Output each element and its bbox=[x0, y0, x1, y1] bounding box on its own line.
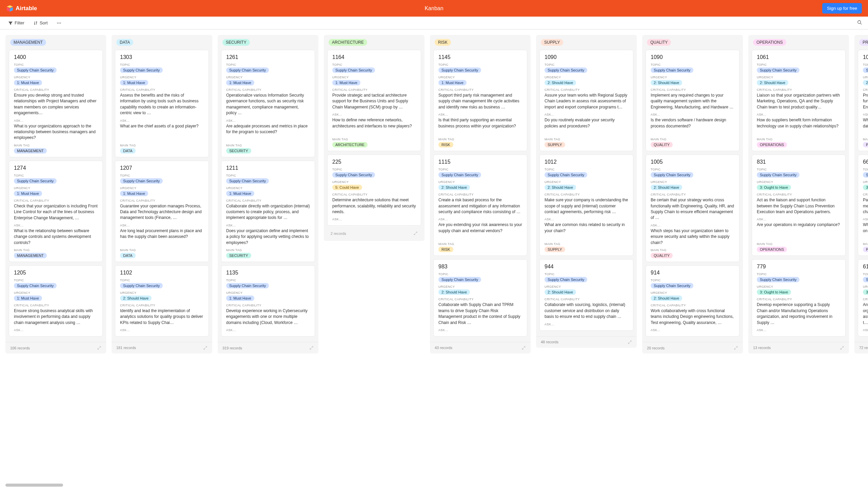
expand-icon[interactable] bbox=[309, 346, 314, 350]
stack-title-pill[interactable]: ARCHITECTURE bbox=[329, 39, 367, 46]
field-label-urgency: URGENCY bbox=[14, 291, 98, 294]
critical-capability-text: Provide expertise and leadership as a cr… bbox=[863, 93, 868, 110]
ask-text: Are adequate processes and metrics in pl… bbox=[226, 123, 310, 141]
card-number: 1211 bbox=[226, 165, 310, 171]
brand-text: Airtable bbox=[16, 5, 37, 12]
kanban-card[interactable]: 661 TOPIC Supply Chain Security URGENCY … bbox=[858, 155, 868, 256]
critical-capability-text: Be certain that your strategy works cros… bbox=[651, 197, 734, 221]
field-label-urgency: URGENCY bbox=[332, 76, 416, 79]
signup-button[interactable]: Sign up for free bbox=[822, 3, 862, 14]
topic-pill: Supply Chain Security bbox=[651, 172, 693, 178]
expand-icon[interactable] bbox=[840, 346, 844, 350]
field-label-urgency: URGENCY bbox=[226, 291, 310, 294]
field-label-urgency: URGENCY bbox=[757, 180, 841, 184]
card-number: 1135 bbox=[226, 270, 310, 276]
stack-title-pill[interactable]: QUALITY bbox=[647, 39, 671, 46]
field-label-urgency: URGENCY bbox=[14, 76, 98, 79]
card-number: 914 bbox=[651, 270, 734, 276]
kanban-card[interactable]: 1207 TOPIC Supply Chain Security URGENCY… bbox=[115, 161, 209, 262]
kanban-card[interactable]: 1115 TOPIC Supply Chain Security URGENCY… bbox=[433, 155, 527, 256]
field-label-maintag: MAIN TAG bbox=[863, 242, 868, 246]
sort-button[interactable]: Sort bbox=[31, 19, 50, 27]
field-label-critical: CRITICAL CAPABILITY bbox=[438, 193, 522, 196]
stack-title-pill[interactable]: SECURITY bbox=[222, 39, 250, 46]
kanban-card[interactable]: 1261 TOPIC Supply Chain Security URGENCY… bbox=[221, 50, 315, 157]
kanban-stack: RISK 1145 TOPIC Supply Chain Security UR… bbox=[430, 35, 531, 353]
kanban-card[interactable]: 1400 TOPIC Supply Chain Security URGENCY… bbox=[9, 50, 103, 157]
stack-title-pill[interactable]: SUPPLY bbox=[541, 39, 563, 46]
stack-title-pill[interactable]: RISK bbox=[435, 39, 451, 46]
stack-title-pill[interactable]: OPERATIONS bbox=[753, 39, 786, 46]
kanban-card[interactable]: 1145 TOPIC Supply Chain Security URGENCY… bbox=[433, 50, 527, 151]
field-label-topic: TOPIC bbox=[757, 168, 841, 171]
kanban-stack: SECURITY 1261 TOPIC Supply Chain Securit… bbox=[218, 35, 318, 353]
stack-title-pill[interactable]: PROJECT bbox=[859, 39, 868, 46]
kanban-card[interactable]: 1303 TOPIC Supply Chain Security URGENCY… bbox=[115, 50, 209, 157]
kanban-card[interactable]: 1061 TOPIC Supply Chain Security URGENCY… bbox=[752, 50, 846, 151]
expand-icon[interactable] bbox=[97, 346, 101, 350]
stack-body[interactable]: 1164 TOPIC Supply Chain Security URGENCY… bbox=[324, 47, 425, 241]
field-label-critical: CRITICAL CAPABILITY bbox=[332, 88, 416, 92]
kanban-card[interactable]: 1090 TOPIC Supply Chain Security URGENCY… bbox=[646, 50, 739, 151]
urgency-pill: 1: Must Have bbox=[14, 191, 42, 196]
kanban-card[interactable]: 1211 TOPIC Supply Chain Security URGENCY… bbox=[221, 161, 315, 262]
expand-icon[interactable] bbox=[734, 346, 738, 350]
field-label-ask: ASK… bbox=[226, 224, 310, 227]
expand-icon[interactable] bbox=[521, 346, 526, 350]
records-count: 319 records bbox=[222, 346, 242, 350]
filter-button[interactable]: Filter bbox=[6, 19, 26, 27]
stack-body[interactable]: 1145 TOPIC Supply Chain Security URGENCY… bbox=[430, 47, 531, 342]
expand-icon[interactable] bbox=[628, 340, 632, 344]
stack-body[interactable]: 1400 TOPIC Supply Chain Security URGENCY… bbox=[5, 47, 106, 342]
urgency-pill: 1: Must Have bbox=[14, 296, 42, 301]
more-button[interactable] bbox=[55, 19, 63, 27]
kanban-card[interactable]: 225 TOPIC Supply Chain Security URGENCY … bbox=[327, 155, 421, 226]
kanban-board[interactable]: MANAGEMENT 1400 TOPIC Supply Chain Secur… bbox=[0, 29, 868, 488]
stack-body[interactable]: 1090 TOPIC Supply Chain Security URGENCY… bbox=[642, 47, 743, 342]
kanban-card[interactable]: 1164 TOPIC Supply Chain Security URGENCY… bbox=[327, 50, 421, 151]
search-button[interactable] bbox=[857, 20, 862, 26]
kanban-card[interactable]: 1135 TOPIC Supply Chain Security URGENCY… bbox=[221, 265, 315, 337]
field-label-maintag: MAIN TAG bbox=[438, 138, 522, 141]
horizontal-scrollbar[interactable] bbox=[5, 484, 63, 487]
kanban-card[interactable]: 779 TOPIC Supply Chain Security URGENCY … bbox=[752, 259, 846, 337]
kanban-card[interactable]: 831 TOPIC Supply Chain Security URGENCY … bbox=[752, 155, 846, 256]
kanban-card[interactable]: 983 TOPIC Supply Chain Security URGENCY … bbox=[433, 259, 527, 337]
stack-title-pill[interactable]: MANAGEMENT bbox=[10, 39, 46, 46]
kanban-card[interactable]: 1102 TOPIC Supply Chain Security URGENCY… bbox=[115, 265, 209, 337]
field-label-critical: CRITICAL CAPABILITY bbox=[651, 304, 734, 307]
kanban-card[interactable]: 914 TOPIC Supply Chain Security URGENCY … bbox=[646, 265, 739, 337]
critical-capability-text: Assess the benefits and the risks of inf… bbox=[120, 93, 204, 116]
records-inline: 2 records bbox=[327, 229, 421, 239]
kanban-card[interactable]: 944 TOPIC Supply Chain Security URGENCY … bbox=[539, 259, 633, 330]
expand-icon[interactable] bbox=[413, 231, 418, 236]
stack-body[interactable]: 1090 TOPIC Supply Chain Security URGENCY… bbox=[536, 47, 637, 336]
urgency-pill: 2: Should Have bbox=[651, 185, 682, 190]
brand-logo[interactable]: Airtable bbox=[6, 5, 37, 12]
kanban-card[interactable]: 1005 TOPIC Supply Chain Security URGENCY… bbox=[646, 155, 739, 262]
field-label-maintag: MAIN TAG bbox=[226, 144, 310, 147]
stack-body[interactable]: 1261 TOPIC Supply Chain Security URGENCY… bbox=[218, 47, 318, 342]
main-tag-pill: OPERATIONS bbox=[757, 142, 787, 147]
topic-pill: Supply Chain Security bbox=[120, 67, 163, 73]
main-tag-pill: DATA bbox=[120, 148, 136, 154]
stack-body[interactable]: 1061 TOPIC Supply Chain Security URGENCY… bbox=[748, 47, 849, 342]
stack-body[interactable]: 1053 TOPIC Supply Chain Security URGENCY… bbox=[854, 47, 868, 342]
airtable-icon bbox=[6, 5, 14, 12]
field-label-maintag: MAIN TAG bbox=[757, 242, 841, 246]
urgency-pill: 3: Ought to Have bbox=[757, 289, 791, 295]
kanban-card[interactable]: 613 TOPIC Supply Chain Security URGENCY … bbox=[858, 259, 868, 337]
field-label-critical: CRITICAL CAPABILITY bbox=[120, 304, 204, 307]
kanban-card[interactable]: 1205 TOPIC Supply Chain Security URGENCY… bbox=[9, 265, 103, 337]
topic-pill: Supply Chain Security bbox=[757, 67, 800, 73]
card-number: 1145 bbox=[438, 54, 522, 60]
card-number: 1261 bbox=[226, 54, 310, 60]
expand-icon[interactable] bbox=[203, 346, 208, 350]
card-number: 983 bbox=[438, 264, 522, 270]
kanban-card[interactable]: 1053 TOPIC Supply Chain Security URGENCY… bbox=[858, 50, 868, 151]
kanban-card[interactable]: 1274 TOPIC Supply Chain Security URGENCY… bbox=[9, 161, 103, 262]
stack-title-pill[interactable]: DATA bbox=[116, 39, 133, 46]
stack-body[interactable]: 1303 TOPIC Supply Chain Security URGENCY… bbox=[112, 47, 212, 342]
kanban-card[interactable]: 1012 TOPIC Supply Chain Security URGENCY… bbox=[539, 155, 633, 256]
kanban-card[interactable]: 1090 TOPIC Supply Chain Security URGENCY… bbox=[539, 50, 633, 151]
